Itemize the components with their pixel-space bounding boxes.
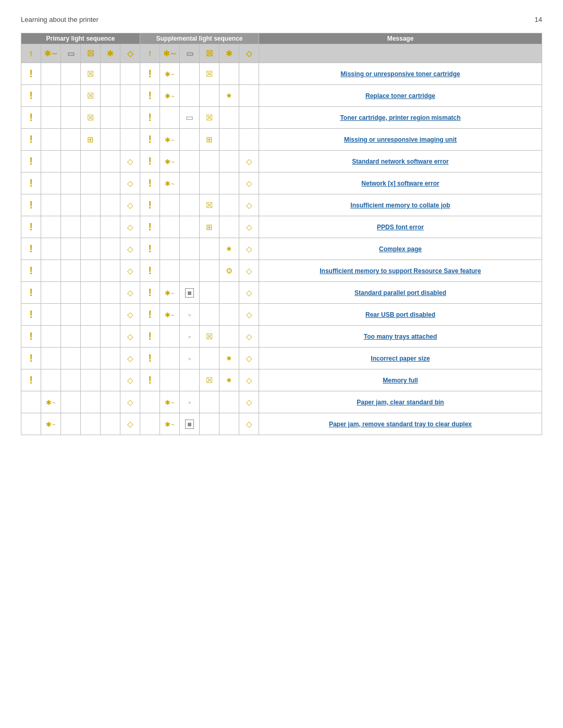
message-link-std-parallel-port[interactable]: Standard parallel port disabled bbox=[354, 289, 446, 297]
primary-cell-2-4 bbox=[101, 107, 120, 129]
message-link-insuf-memory-resource[interactable]: Insufficient memory to support Resource … bbox=[320, 267, 481, 275]
supp-header-sun-icon: ✱ bbox=[226, 50, 232, 57]
printer-err-icon: ☒ bbox=[206, 201, 213, 209]
primary-cell-8-4 bbox=[101, 238, 120, 260]
supp-cell-1-5 bbox=[239, 85, 259, 107]
message-cell-insuf-memory-resource[interactable]: Insufficient memory to support Resource … bbox=[259, 260, 542, 282]
message-cell-incorrect-paper[interactable]: Incorrect paper size bbox=[259, 348, 542, 369]
primary-cell-3-4 bbox=[101, 129, 120, 151]
supp-cell-13-5: ◇ bbox=[239, 348, 259, 369]
exclaim-icon: ! bbox=[29, 112, 33, 122]
supp-cell-5-4 bbox=[219, 172, 239, 194]
message-link-insuf-memory-collate[interactable]: Insufficient memory to collate job bbox=[350, 202, 450, 209]
message-link-replace-toner[interactable]: Replace toner cartridge bbox=[365, 92, 435, 100]
diamond-icon: ◇ bbox=[127, 376, 133, 384]
diamond-icon: ◇ bbox=[246, 311, 252, 318]
message-cell-std-network[interactable]: Standard network software error bbox=[259, 151, 542, 172]
supp-cell-3-4 bbox=[219, 129, 239, 151]
message-cell-replace-toner[interactable]: Replace toner cartridge bbox=[259, 85, 542, 107]
message-link-network-x[interactable]: Network [x] software error bbox=[361, 180, 439, 187]
message-cell-memory-full[interactable]: Memory full bbox=[259, 369, 542, 391]
exclaim-icon: ! bbox=[148, 178, 152, 188]
supp-cell-4-3 bbox=[200, 151, 219, 172]
diamond-icon: ◇ bbox=[127, 311, 133, 318]
supp-cell-4-2 bbox=[180, 151, 200, 172]
message-cell-network-x[interactable]: Network [x] software error bbox=[259, 172, 542, 194]
message-cell-insuf-memory-collate[interactable]: Insufficient memory to collate job bbox=[259, 194, 542, 216]
primary-cell-13-5: ◇ bbox=[120, 348, 140, 369]
diamond-icon: ◇ bbox=[246, 223, 252, 231]
message-header: Message bbox=[259, 33, 542, 44]
primary-cell-0-1 bbox=[41, 63, 61, 85]
table-row: !☒!▭☒Toner cartridge, printer region mis… bbox=[21, 107, 542, 129]
supp-cell-0-3: ☒ bbox=[200, 63, 219, 85]
primary-cell-10-5: ◇ bbox=[120, 282, 140, 304]
table-row: !☒!✱~☒Missing or unresponsive toner cart… bbox=[21, 63, 542, 85]
exclaim-icon: ! bbox=[148, 221, 152, 232]
supp-cell-7-5: ◇ bbox=[239, 216, 259, 238]
message-link-memory-full[interactable]: Memory full bbox=[383, 377, 418, 384]
message-cell-too-many-trays[interactable]: Too many trays attached bbox=[259, 326, 542, 348]
primary-cell-4-1 bbox=[41, 151, 61, 172]
primary-cell-16-2 bbox=[61, 413, 81, 435]
message-link-missing-toner[interactable]: Missing or unresponsive toner cartridge bbox=[340, 70, 460, 78]
page-number: 14 bbox=[535, 16, 542, 23]
diamond-icon: ◇ bbox=[127, 157, 133, 165]
diamond-icon: ◇ bbox=[127, 354, 133, 362]
message-cell-paper-jam-duplex[interactable]: Paper jam, remove standard tray to clear… bbox=[259, 413, 542, 435]
supp-cell-1-1: ✱~ bbox=[160, 85, 180, 107]
supp-cell-2-2: ▭ bbox=[180, 107, 200, 129]
supp-cell-10-5: ◇ bbox=[239, 282, 259, 304]
primary-cell-15-1: ✱~ bbox=[41, 391, 61, 413]
supp-cell-1-3 bbox=[200, 85, 219, 107]
message-link-too-many-trays[interactable]: Too many trays attached bbox=[364, 333, 437, 340]
message-link-complex-page[interactable]: Complex page bbox=[379, 245, 422, 253]
supp-cell-7-4 bbox=[219, 216, 239, 238]
message-link-ppds-font[interactable]: PPDS font error bbox=[377, 224, 424, 231]
blink-icon: ✱~ bbox=[165, 421, 175, 428]
primary-cell-15-4 bbox=[101, 391, 120, 413]
message-link-toner-region[interactable]: Toner cartridge, printer region mismatch bbox=[340, 114, 460, 121]
message-cell-complex-page[interactable]: Complex page bbox=[259, 238, 542, 260]
supp-cell-11-2: ▫ bbox=[180, 304, 200, 326]
message-link-rear-usb[interactable]: Rear USB port disabled bbox=[365, 311, 435, 318]
supp-cell-15-4 bbox=[219, 391, 239, 413]
message-cell-missing-toner[interactable]: Missing or unresponsive toner cartridge bbox=[259, 63, 542, 85]
primary-cell-14-3 bbox=[81, 369, 101, 391]
supp-header-diamond-icon: ◇ bbox=[246, 50, 252, 57]
supp-cell-14-4: ✷ bbox=[219, 369, 239, 391]
supp-cell-14-3: ☒ bbox=[200, 369, 219, 391]
message-cell-toner-region[interactable]: Toner cartridge, printer region mismatch bbox=[259, 107, 542, 129]
primary-cell-11-2 bbox=[61, 304, 81, 326]
message-link-paper-jam-duplex[interactable]: Paper jam, remove standard tray to clear… bbox=[329, 421, 472, 428]
message-cell-paper-jam-std[interactable]: Paper jam, clear standard bin bbox=[259, 391, 542, 413]
blink-icon: ✱~ bbox=[165, 137, 175, 143]
primary-cell-6-4 bbox=[101, 194, 120, 216]
primary-cell-16-4 bbox=[101, 413, 120, 435]
exclaim-icon: ! bbox=[29, 287, 33, 298]
primary-cell-7-1 bbox=[41, 216, 61, 238]
message-link-paper-jam-std[interactable]: Paper jam, clear standard bin bbox=[357, 399, 444, 406]
message-cell-rear-usb[interactable]: Rear USB port disabled bbox=[259, 304, 542, 326]
message-link-missing-imaging[interactable]: Missing or unresponsive imaging unit bbox=[344, 136, 457, 143]
supp-cell-6-4 bbox=[219, 194, 239, 216]
supp-cell-8-5: ◇ bbox=[239, 238, 259, 260]
supp-cell-15-1: ✱~ bbox=[160, 391, 180, 413]
table-row: !◇!☒✷◇Memory full bbox=[21, 369, 542, 391]
message-link-incorrect-paper[interactable]: Incorrect paper size bbox=[371, 355, 430, 362]
exclaim-icon: ! bbox=[29, 375, 33, 385]
supp-cell-0-2 bbox=[180, 63, 200, 85]
primary-cell-0-0: ! bbox=[21, 63, 41, 85]
table-row: ✱~◇✱~■◇Paper jam, remove standard tray t… bbox=[21, 413, 542, 435]
table-row: !◇!✱~◇Standard network software error bbox=[21, 151, 542, 172]
supp-col-5: ✱ bbox=[219, 44, 239, 63]
message-cell-ppds-font[interactable]: PPDS font error bbox=[259, 216, 542, 238]
message-cell-missing-imaging[interactable]: Missing or unresponsive imaging unit bbox=[259, 129, 542, 151]
paper-small-icon: ▫ bbox=[188, 355, 191, 362]
supp-cell-2-0: ! bbox=[140, 107, 160, 129]
message-cell-std-parallel-port[interactable]: Standard parallel port disabled bbox=[259, 282, 542, 304]
table-row: !◇!✱~◇Network [x] software error bbox=[21, 172, 542, 194]
message-link-std-network[interactable]: Standard network software error bbox=[352, 158, 448, 165]
exclaim-icon: ! bbox=[29, 90, 33, 101]
supp-cell-4-0: ! bbox=[140, 151, 160, 172]
